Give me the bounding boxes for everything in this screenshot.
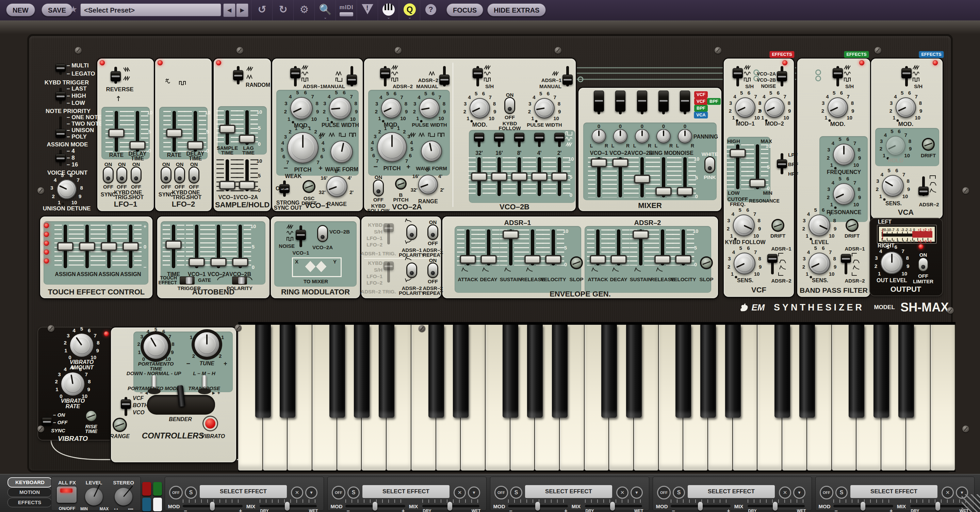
- adsr2-attack-handle[interactable]: [590, 255, 606, 264]
- bpf-drift[interactable]: [847, 220, 857, 230]
- effect-off-button[interactable]: OFF: [169, 486, 183, 499]
- vco2b-mix-4-handle[interactable]: [531, 172, 547, 181]
- bpf-level-knob[interactable]: [808, 214, 830, 236]
- mix-route-ringmod[interactable]: [659, 91, 669, 112]
- mod-slider-handle[interactable]: [535, 502, 540, 510]
- vco1-mod-source[interactable]: [290, 68, 301, 78]
- vcf-mod1-knob[interactable]: [735, 97, 756, 118]
- lfo1-kybd-trig[interactable]: [118, 167, 126, 182]
- sh-lag-time-handle[interactable]: [239, 134, 255, 143]
- lfo1-rate-handle[interactable]: [108, 129, 124, 137]
- black-key-7[interactable]: [428, 325, 444, 418]
- vco2b-pulse-width-knob[interactable]: [534, 98, 555, 118]
- bpf-mod-source[interactable]: [833, 68, 843, 78]
- lfo1-sync[interactable]: [104, 167, 113, 182]
- mix-slider-handle[interactable]: [773, 502, 778, 510]
- mix-level-noise-handle[interactable]: [677, 187, 693, 196]
- vcf-env-select[interactable]: [767, 254, 778, 263]
- vco2b-mod-source[interactable]: [473, 68, 483, 78]
- black-key-1[interactable]: [280, 325, 295, 418]
- vca-mod-knob[interactable]: [896, 97, 916, 118]
- mod-slider-handle[interactable]: [210, 502, 215, 510]
- vca-drift[interactable]: [923, 139, 933, 150]
- touch-assign-2-handle[interactable]: [79, 242, 95, 251]
- autobend-time-handle[interactable]: [165, 240, 182, 249]
- portamento-time-knob[interactable]: [143, 334, 168, 359]
- effect-off-button[interactable]: OFF: [657, 486, 671, 499]
- color-swatch-1[interactable]: [153, 482, 162, 496]
- vcf-cutoff-freq-handle[interactable]: [730, 149, 746, 158]
- adsr2-slop[interactable]: [701, 258, 711, 268]
- lfo1-reverse-switch[interactable]: [111, 71, 121, 81]
- vcf-sens-knob[interactable]: [733, 253, 756, 274]
- adsr2-decay-handle[interactable]: [611, 255, 627, 264]
- black-key-3[interactable]: [329, 325, 345, 418]
- mix-slider-handle[interactable]: [610, 502, 615, 510]
- vcf-mod1-source[interactable]: [733, 68, 743, 78]
- autobend-vco1-handle[interactable]: [189, 258, 205, 266]
- effect-remove-button[interactable]: ✕: [779, 486, 791, 499]
- effect-menu-button[interactable]: ▼: [468, 486, 480, 499]
- black-key-18[interactable]: [700, 325, 716, 418]
- sh-sample-time-handle[interactable]: [219, 124, 235, 134]
- touch-assign-3-handle[interactable]: [101, 242, 117, 251]
- vcf-mod2-knob[interactable]: [764, 97, 785, 118]
- sh-vco2a-amt-handle[interactable]: [239, 181, 255, 190]
- vco1-pitch-knob[interactable]: [287, 132, 318, 163]
- vcf-kybd-follow-knob[interactable]: [733, 214, 755, 236]
- mix-level-ringmod-handle[interactable]: [655, 187, 672, 196]
- vco2a-waveform-knob[interactable]: [421, 140, 442, 162]
- vco2b-mix-2-handle[interactable]: [551, 172, 568, 181]
- pan-noise[interactable]: [678, 129, 692, 143]
- tune-knob[interactable]: [195, 332, 219, 357]
- bpf-env-select[interactable]: [841, 254, 851, 263]
- adsr2-repeat[interactable]: [428, 263, 437, 277]
- vco1-waveform-knob[interactable]: [331, 140, 353, 163]
- vco2a-b-pitch[interactable]: [396, 179, 405, 188]
- vca-env-select[interactable]: [918, 187, 929, 195]
- effect-menu-button[interactable]: ▼: [630, 486, 643, 499]
- resize-grip[interactable]: [962, 494, 980, 512]
- vcf-resonance-handle[interactable]: [749, 179, 765, 188]
- adsr1-decay-handle[interactable]: [480, 255, 497, 264]
- color-swatch-0[interactable]: [142, 482, 151, 496]
- adsr2-sustain-handle[interactable]: [633, 230, 649, 239]
- select-effect-dropdown[interactable]: SELECT EFFECT: [688, 485, 775, 498]
- mix-level-vco2b-handle[interactable]: [634, 175, 650, 183]
- vco2a-mod-knob[interactable]: [381, 98, 401, 118]
- pan-ringmod[interactable]: [656, 129, 671, 143]
- effect-solo-button[interactable]: S: [673, 486, 685, 499]
- vco2a-kybd-follow[interactable]: [374, 180, 383, 195]
- adsr2-trig-select[interactable]: [383, 262, 394, 270]
- adsr2-release-handle[interactable]: [654, 255, 671, 264]
- vco2b-wave-4[interactable]: [534, 133, 544, 142]
- adsr1-velocity-handle[interactable]: [545, 255, 562, 264]
- vibrato-amount-knob[interactable]: [70, 333, 93, 357]
- vco2a-range-knob[interactable]: [418, 175, 438, 195]
- ringmod-y-source[interactable]: [318, 226, 327, 241]
- adsr2-polarity[interactable]: [407, 263, 416, 277]
- effect-off-button[interactable]: OFF: [332, 486, 345, 499]
- black-key-8[interactable]: [453, 325, 469, 418]
- black-key-11[interactable]: [527, 325, 543, 418]
- vco1-pw-source[interactable]: [347, 75, 357, 85]
- autobend-vco2b-handle[interactable]: [232, 258, 248, 266]
- vco2b-mix-8-handle[interactable]: [511, 172, 527, 181]
- bender-range[interactable]: [114, 419, 126, 431]
- ringmod-x-source[interactable]: [296, 230, 306, 240]
- effect-solo-button[interactable]: S: [835, 486, 848, 499]
- effect-remove-button[interactable]: ✕: [942, 486, 954, 499]
- mix-route-vco2a[interactable]: [615, 91, 625, 112]
- note-priority-switch[interactable]: [56, 92, 66, 100]
- mix-slider-handle[interactable]: [447, 502, 452, 510]
- vibrato-rate-knob[interactable]: [61, 372, 84, 396]
- tab-keyboard[interactable]: KEYBOARD: [8, 477, 52, 488]
- mix-slider-handle[interactable]: [285, 502, 290, 510]
- black-key-24[interactable]: [849, 325, 864, 418]
- vco1-osc-drift[interactable]: [304, 182, 314, 191]
- fx-level-knob[interactable]: [85, 488, 103, 506]
- vco2b-wave-8[interactable]: [514, 133, 524, 142]
- autobend-vco2a-handle[interactable]: [210, 258, 227, 266]
- vca-sens-knob[interactable]: [882, 175, 904, 197]
- effect-off-button[interactable]: OFF: [495, 486, 508, 499]
